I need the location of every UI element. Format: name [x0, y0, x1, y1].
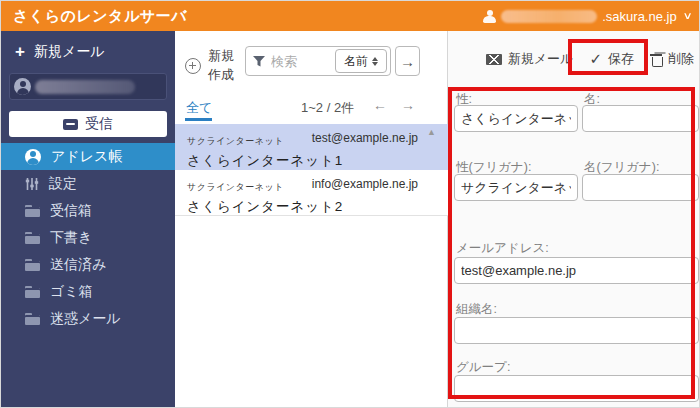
sidebar-item-label: 設定 [49, 175, 77, 193]
plus-circle-icon [185, 58, 201, 74]
receive-button[interactable]: 受信 [9, 111, 167, 137]
contact-email: info@example.ne.jp [312, 177, 418, 191]
scroll-up-icon[interactable]: ▲ [427, 127, 436, 137]
sidebar-item-drafts[interactable]: 下書き [1, 224, 175, 251]
contact-furigana: サクラインターネット [187, 182, 284, 192]
contact-list: サクラインターネット test@example.ne.jp さくらインターネット… [175, 124, 448, 216]
masked-username [35, 80, 135, 94]
person-icon [483, 10, 496, 23]
sidebar-item-label: 受信箱 [50, 202, 92, 220]
new-contact-button[interactable]: 新規作成 [185, 47, 238, 85]
detail-toolbar: 新規メール ✓ 保存 削除 [486, 50, 694, 68]
sidebar-nav: アドレス帳 設定 受信箱 下書き [1, 143, 175, 332]
contact-name: さくらインターネット2 [187, 198, 436, 216]
user-icon [14, 78, 31, 95]
sidebar-item-label: ゴミ箱 [50, 283, 93, 301]
envelope-icon [486, 54, 502, 65]
email-field[interactable] [454, 257, 699, 284]
contact-row-2[interactable]: サクラインターネット info@example.ne.jp さくらインターネット… [175, 170, 448, 216]
contact-email: test@example.ne.jp [312, 131, 418, 145]
list-tab-row: 全て 1~2 / 2件 ← → [175, 93, 448, 123]
receive-label: 受信 [85, 115, 113, 133]
prev-page-icon[interactable]: ← [373, 97, 387, 113]
last-kana-field[interactable] [454, 174, 578, 201]
person-circle-icon [25, 149, 41, 165]
search-go-button[interactable]: → [395, 46, 420, 76]
next-page-icon[interactable]: → [401, 97, 415, 113]
sidebar-item-sent[interactable]: 送信済み [1, 251, 175, 278]
sliders-icon [25, 177, 39, 191]
account-selector[interactable] [9, 73, 167, 100]
check-icon: ✓ [589, 50, 602, 68]
folder-icon [25, 232, 40, 244]
org-field[interactable] [454, 317, 699, 344]
contact-row-1[interactable]: サクラインターネット test@example.ne.jp さくらインターネット… [175, 124, 448, 170]
sort-select-value: 名前 [344, 53, 368, 70]
app-header: さくらのレンタルサーバ .sakura.ne.jp ∨ [1, 1, 700, 31]
new-mail-button[interactable]: + 新規メール [15, 43, 105, 61]
search-box: 名前 [245, 46, 391, 76]
contact-detail-panel: 新規メール ✓ 保存 削除 [448, 31, 700, 408]
email-label: メールアドレス: [456, 240, 549, 257]
plus-icon: + [15, 44, 25, 60]
sidebar-item-addressbook[interactable]: アドレス帳 [1, 143, 175, 170]
folder-icon [25, 313, 40, 325]
filter-icon [253, 56, 265, 67]
app-title: さくらのレンタルサーバ [1, 7, 187, 26]
arrow-right-icon: → [400, 53, 415, 70]
account-menu[interactable]: .sakura.ne.jp ∨ [483, 1, 691, 31]
sidebar: + 新規メール 受信 アドレス帳 [1, 31, 175, 408]
first-kana-field[interactable] [582, 174, 699, 201]
masked-account-name [501, 10, 597, 23]
trash-icon [650, 52, 662, 66]
group-label: グループ: [456, 359, 510, 376]
search-input[interactable] [271, 54, 319, 69]
webmail-app: さくらのレンタルサーバ .sakura.ne.jp ∨ + 新規メール 受信 ア… [0, 0, 700, 408]
sidebar-item-spam[interactable]: 迷惑メール [1, 305, 175, 332]
group-field[interactable] [454, 375, 699, 402]
contact-list-panel: 新規作成 名前 → 全て 1~2 / 2件 ← → サクラインターネット te [175, 31, 448, 408]
folder-icon [25, 286, 40, 298]
sort-select[interactable]: 名前 [335, 49, 387, 73]
delete-button[interactable]: 削除 [650, 50, 694, 68]
pagination-count: 1~2 / 2件 [301, 99, 354, 117]
contact-name: さくらインターネット1 [187, 152, 436, 170]
org-label: 組織名: [456, 301, 497, 318]
last-name-field[interactable] [454, 105, 578, 132]
sidebar-item-trash[interactable]: ゴミ箱 [1, 278, 175, 305]
save-button[interactable]: ✓ 保存 [589, 50, 634, 68]
tab-active-indicator [185, 118, 212, 121]
sidebar-item-label: 送信済み [50, 256, 106, 274]
sidebar-item-label: アドレス帳 [51, 148, 122, 166]
folder-icon [25, 259, 40, 271]
sidebar-item-settings[interactable]: 設定 [1, 170, 175, 197]
folder-icon [25, 205, 40, 217]
sidebar-item-inbox[interactable]: 受信箱 [1, 197, 175, 224]
sidebar-item-label: 下書き [50, 229, 92, 247]
save-label: 保存 [608, 50, 634, 68]
delete-label: 削除 [668, 50, 694, 68]
chevron-down-icon: ∨ [682, 11, 692, 21]
inbox-icon [63, 119, 78, 130]
detail-new-mail-button[interactable]: 新規メール [486, 50, 574, 68]
contact-furigana: サクラインターネット [187, 136, 284, 146]
new-mail-label: 新規メール [34, 43, 105, 61]
first-name-field[interactable] [582, 105, 699, 132]
detail-new-mail-label: 新規メール [508, 50, 574, 68]
new-contact-label: 新規作成 [208, 47, 238, 85]
account-domain: .sakura.ne.jp [602, 9, 676, 24]
sidebar-item-label: 迷惑メール [50, 310, 121, 328]
sort-arrows-icon [372, 57, 378, 66]
tab-all[interactable]: 全て [186, 99, 212, 117]
